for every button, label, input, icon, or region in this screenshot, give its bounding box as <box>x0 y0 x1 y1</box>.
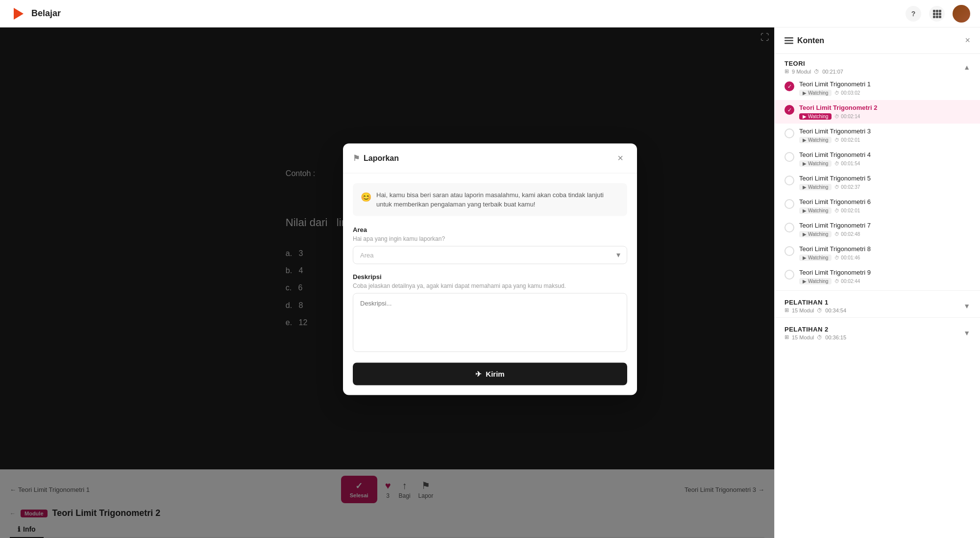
section-pelatihan1-toggle: ▼ <box>963 302 970 310</box>
section-clock-icon3: ⏱ <box>817 334 822 340</box>
section-teori-items: ✓ Teori Limit Trigonometri 1 ▶ Watching … <box>775 77 980 288</box>
item-title-1: Teori Limit Trigonometri 1 <box>799 80 970 88</box>
time-badge-1: ⏱ 00:03:02 <box>834 90 860 96</box>
item-badges-1: ▶ Watching ⏱ 00:03:02 <box>799 90 970 96</box>
svg-rect-9 <box>939 16 941 18</box>
area-form-group: Area Hai apa yang ingin kamu laporkan? A… <box>353 226 627 264</box>
item-title-5: Teori Limit Trigonometri 5 <box>799 175 970 182</box>
modal-title: ⚑ Laporkan <box>353 154 399 163</box>
play-icon: ▶ <box>803 208 807 213</box>
sidebar-close-button[interactable]: × <box>965 35 970 46</box>
modal-info-box: 😊 Hai, kamu bisa beri saran atau laporin… <box>353 183 627 216</box>
list-item[interactable]: Teori Limit Trigonometri 8 ▶ Watching ⏱ … <box>775 241 980 265</box>
svg-rect-7 <box>933 16 935 18</box>
clock-icon: ⏱ <box>834 161 839 166</box>
help-button[interactable]: ? <box>906 6 921 22</box>
section-clock-icon2: ⏱ <box>817 307 822 313</box>
grid-icon <box>932 9 941 18</box>
deskripsi-label: Deskripsi <box>353 273 627 280</box>
list-item[interactable]: Teori Limit Trigonometri 6 ▶ Watching ⏱ … <box>775 194 980 218</box>
modal-close-button[interactable]: × <box>613 151 627 165</box>
section-pelatihan1-header[interactable]: PELATIHAN 1 ⊞ 15 Modul ⏱ 00:34:54 ▼ <box>775 293 980 315</box>
area-label: Area <box>353 226 627 233</box>
play-icon: ▶ <box>803 161 807 166</box>
item-badges-4: ▶ Watching ⏱ 00:01:54 <box>799 160 970 167</box>
deskripsi-form-group: Deskripsi Coba jelaskan detailnya ya, ag… <box>353 273 627 354</box>
deskripsi-hint: Coba jelaskan detailnya ya, agak kami da… <box>353 282 627 289</box>
clock-icon: ⏱ <box>834 208 839 213</box>
clock-icon: ⏱ <box>834 137 839 143</box>
item-title-7: Teori Limit Trigonometri 7 <box>799 222 970 229</box>
play-icon: ▶ <box>803 114 807 119</box>
svg-rect-3 <box>939 10 941 12</box>
grid-button[interactable] <box>929 6 945 22</box>
watching-badge-8: ▶ Watching <box>799 255 832 261</box>
modal-body: 😊 Hai, kamu bisa beri saran atau laporin… <box>343 173 637 395</box>
item-title-2: Teori Limit Trigonometri 2 <box>799 104 970 111</box>
section-pelatihan1: PELATIHAN 1 ⊞ 15 Modul ⏱ 00:34:54 ▼ <box>775 293 980 315</box>
item-check-6 <box>784 199 794 209</box>
item-badges-9: ▶ Watching ⏱ 00:02:44 <box>799 278 970 284</box>
svg-marker-0 <box>14 8 24 20</box>
svg-rect-6 <box>939 13 941 15</box>
item-info-4: Teori Limit Trigonometri 4 ▶ Watching ⏱ … <box>799 151 970 167</box>
section-pelatihan2-header[interactable]: PELATIHAN 2 ⊞ 15 Modul ⏱ 00:36:15 ▼ <box>775 320 980 342</box>
section-clock-icon: ⏱ <box>814 69 819 75</box>
item-title-8: Teori Limit Trigonometri 8 <box>799 245 970 253</box>
send-icon: ✈ <box>475 369 482 378</box>
list-item[interactable]: Teori Limit Trigonometri 9 ▶ Watching ⏱ … <box>775 265 980 288</box>
area-hint: Hai apa yang ingin kamu laporkan? <box>353 235 627 242</box>
deskripsi-textarea[interactable] <box>353 293 627 352</box>
modal-header: ⚑ Laporkan × <box>343 143 637 173</box>
watching-badge-3: ▶ Watching <box>799 137 832 143</box>
item-title-6: Teori Limit Trigonometri 6 <box>799 198 970 205</box>
watching-badge-4: ▶ Watching <box>799 160 832 167</box>
section-grid-icon2: ⊞ <box>784 307 789 313</box>
section-teori-header[interactable]: TEORI ⊞ 9 Modul ⏱ 00:21:07 ▲ <box>775 54 980 77</box>
item-badges-2: ▶ Watching ⏱ 00:02:14 <box>799 113 970 120</box>
item-check-7 <box>784 223 794 232</box>
time-badge-8: ⏱ 00:01:46 <box>834 255 860 260</box>
item-info-5: Teori Limit Trigonometri 5 ▶ Watching ⏱ … <box>799 175 970 190</box>
list-item[interactable]: ✓ Teori Limit Trigonometri 1 ▶ Watching … <box>775 77 980 100</box>
item-info-2: Teori Limit Trigonometri 2 ▶ Watching ⏱ … <box>799 104 970 120</box>
section-pelatihan2-toggle: ▼ <box>963 329 970 337</box>
section-pelatihan1-title: PELATIHAN 1 ⊞ 15 Modul ⏱ 00:34:54 <box>784 299 846 313</box>
item-badges-5: ▶ Watching ⏱ 00:02:37 <box>799 184 970 190</box>
list-item[interactable]: Teori Limit Trigonometri 4 ▶ Watching ⏱ … <box>775 147 980 171</box>
submit-button[interactable]: ✈ Kirim <box>353 362 627 385</box>
item-info-7: Teori Limit Trigonometri 7 ▶ Watching ⏱ … <box>799 222 970 237</box>
svg-rect-2 <box>936 10 938 12</box>
avatar[interactable] <box>953 5 970 23</box>
navbar-right: ? <box>906 5 970 23</box>
item-info-3: Teori Limit Trigonometri 3 ▶ Watching ⏱ … <box>799 128 970 143</box>
item-check-5 <box>784 176 794 185</box>
area-select-wrapper: Area ▾ <box>353 246 627 264</box>
item-check-4 <box>784 152 794 162</box>
watching-badge-7: ▶ Watching <box>799 231 832 237</box>
brand-name: Belajar <box>31 8 61 19</box>
navbar: Belajar ? <box>0 0 980 27</box>
list-item[interactable]: Teori Limit Trigonometri 3 ▶ Watching ⏱ … <box>775 124 980 147</box>
play-icon: ▶ <box>803 137 807 143</box>
list-item[interactable]: ✓ Teori Limit Trigonometri 2 ▶ Watching … <box>775 100 980 124</box>
emoji-icon: 😊 <box>361 190 371 204</box>
item-check-8 <box>784 246 794 256</box>
area-select[interactable]: Area <box>353 246 627 264</box>
section-teori: TEORI ⊞ 9 Modul ⏱ 00:21:07 ▲ ✓ Teori Li <box>775 54 980 288</box>
play-icon: ▶ <box>803 279 807 284</box>
item-check-1: ✓ <box>784 81 794 91</box>
item-badges-6: ▶ Watching ⏱ 00:02:01 <box>799 207 970 214</box>
svg-rect-5 <box>936 13 938 15</box>
clock-icon: ⏱ <box>834 279 839 284</box>
section-pelatihan2-title: PELATIHAN 2 ⊞ 15 Modul ⏱ 00:36:15 <box>784 326 846 340</box>
time-badge-6: ⏱ 00:02:01 <box>834 208 860 213</box>
watching-badge-2: ▶ Watching <box>799 113 832 120</box>
item-badges-8: ▶ Watching ⏱ 00:01:46 <box>799 255 970 261</box>
svg-rect-12 <box>784 43 793 44</box>
play-icon: ▶ <box>803 231 807 237</box>
watching-badge-9: ▶ Watching <box>799 278 832 284</box>
svg-rect-11 <box>784 40 793 41</box>
list-item[interactable]: Teori Limit Trigonometri 5 ▶ Watching ⏱ … <box>775 171 980 194</box>
list-item[interactable]: Teori Limit Trigonometri 7 ▶ Watching ⏱ … <box>775 218 980 241</box>
